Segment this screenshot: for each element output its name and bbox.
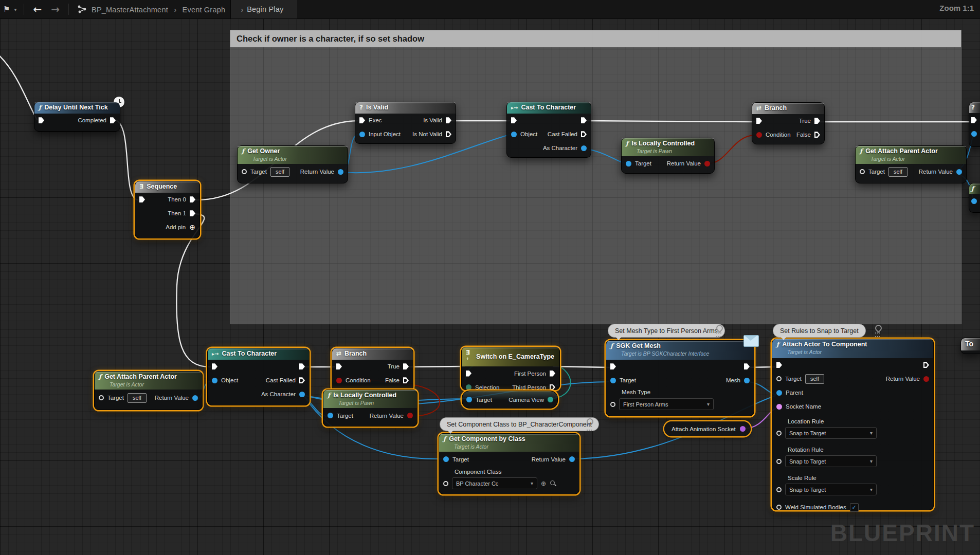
bubble-pin-icons[interactable]	[587, 418, 593, 431]
rotation-rule-dropdown[interactable]: Snap to Target▾	[785, 455, 877, 467]
return-value-pin[interactable]	[704, 161, 710, 166]
mesh-type-dropdown[interactable]: First Person Arms▾	[619, 398, 714, 410]
exec-in-pin[interactable]	[776, 362, 782, 368]
socket-output-pin[interactable]	[740, 426, 746, 432]
component-class-pin[interactable]	[443, 481, 448, 486]
exec-in-pin[interactable]	[610, 363, 616, 369]
exec-out-pin[interactable]	[110, 117, 116, 123]
exec-in-pin[interactable]	[359, 117, 365, 123]
back-button[interactable]: ←	[28, 3, 46, 15]
exec-in-pin[interactable]	[139, 196, 145, 202]
node-attach-actor-to-component[interactable]: ƒAttach Actor To Component Target is Act…	[772, 339, 934, 510]
exec-in-pin[interactable]	[756, 118, 762, 124]
node-is-locally-controlled-bottom[interactable]: ƒIs Locally Controlled Target is Pawn Ta…	[323, 390, 418, 427]
condition-pin[interactable]	[336, 378, 342, 383]
target-pin[interactable]	[443, 456, 449, 462]
selection-pin[interactable]	[466, 384, 471, 390]
target-pin[interactable]	[776, 376, 782, 381]
cast-failed-pin[interactable]	[299, 377, 305, 383]
breadcrumb-begin-play[interactable]: Begin Play	[247, 5, 283, 13]
target-pin[interactable]	[626, 161, 631, 166]
exec-out-pin[interactable]	[581, 117, 587, 123]
self-value-box[interactable]: self	[128, 393, 147, 403]
comment-title[interactable]: Check if owner is a character, if so set…	[230, 30, 961, 47]
true-pin[interactable]	[814, 118, 820, 124]
scale-rule-pin[interactable]	[776, 487, 782, 492]
breadcrumb-root[interactable]: BP_MasterAttachment	[92, 6, 168, 14]
third-person-pin[interactable]	[550, 384, 555, 391]
bookmark-dropdown-icon[interactable]: ▾	[11, 7, 20, 12]
return-value-pin[interactable]	[407, 413, 413, 418]
node-get-attach-parent-actor-bottom[interactable]: ƒGet Attach Parent Actor Target is Actor…	[94, 371, 203, 410]
add-icon[interactable]: ⊕	[541, 480, 546, 487]
cast-failed-pin[interactable]	[581, 131, 587, 137]
is-valid-pin[interactable]	[446, 117, 451, 123]
node-partial-right-green[interactable]: ƒ	[969, 183, 980, 213]
mesh-type-pin[interactable]	[610, 402, 615, 407]
node-is-valid[interactable]: ?Is Valid Exec Is Valid Input Object Is …	[355, 102, 456, 144]
node-branch-bottom[interactable]: ⇄Branch True Condition False	[332, 348, 413, 391]
weld-checkbox[interactable]: ✓	[850, 503, 859, 512]
object-pin[interactable]	[511, 132, 517, 137]
breadcrumb[interactable]: BP_MasterAttachment › Event Graph	[92, 5, 225, 14]
bubble-pin-icons[interactable]	[875, 325, 882, 337]
breadcrumb-leaf-box[interactable]: › Begin Play	[230, 0, 297, 18]
self-value-box[interactable]: self	[888, 167, 908, 177]
object-pin[interactable]	[212, 378, 217, 383]
return-value-pin[interactable]	[192, 395, 198, 401]
target-pin[interactable]	[242, 169, 247, 174]
node-get-owner[interactable]: ƒGet Owner Target is Actor Targetself Re…	[237, 145, 348, 183]
exec-in-pin[interactable]	[971, 117, 977, 123]
exec-out-pin[interactable]	[744, 363, 750, 369]
node-sequence[interactable]: ESequence Then 0 Then 1 Add pin⊕	[135, 181, 200, 238]
node-get-component-by-class[interactable]: ƒGet Component by Class Target is Actor …	[439, 433, 579, 494]
false-pin[interactable]	[814, 132, 820, 138]
node-cast-to-character-bottom[interactable]: ▸→Cast To Character Object Cast Failed A…	[207, 348, 310, 405]
node-cast-to-character-top[interactable]: ▸→Cast To Character Object Cast Failed A…	[506, 102, 591, 158]
exec-in-pin[interactable]	[39, 117, 44, 123]
node-partial-to[interactable]: To	[960, 338, 980, 354]
return-value-pin[interactable]	[569, 456, 575, 462]
exec-in-pin[interactable]	[511, 117, 517, 123]
socket-name-pin[interactable]	[776, 404, 782, 410]
is-not-valid-pin[interactable]	[446, 131, 451, 137]
node-get-attach-parent-actor-top[interactable]: ƒGet Attach Parent Actor Target is Actor…	[855, 145, 967, 183]
object-pin[interactable]	[971, 131, 977, 137]
search-icon[interactable]	[550, 480, 556, 487]
mesh-pin[interactable]	[744, 378, 750, 383]
add-pin-icon[interactable]: ⊕	[189, 223, 195, 231]
node-get-camera-view[interactable]: Target Camera View	[462, 391, 558, 409]
component-class-dropdown[interactable]: BP Character Cc▾	[452, 477, 537, 489]
self-value-box[interactable]: self	[805, 374, 824, 384]
node-partial-right-top[interactable]: ?	[969, 102, 980, 147]
node-switch-on-e-cameratype[interactable]: E+Switch on E_CameraType First Person Se…	[461, 347, 560, 390]
object-pin[interactable]	[971, 198, 977, 204]
exec-out-pin[interactable]	[299, 363, 305, 369]
target-pin[interactable]	[860, 169, 865, 174]
forward-button[interactable]: →	[46, 3, 64, 15]
return-value-pin[interactable]	[338, 169, 343, 175]
rotation-rule-pin[interactable]	[776, 459, 782, 464]
bubble-pin-icons[interactable]	[716, 325, 723, 337]
scale-rule-dropdown[interactable]: Snap to Target▾	[785, 484, 877, 495]
location-rule-pin[interactable]	[776, 431, 782, 436]
target-pin[interactable]	[328, 413, 333, 418]
input-object-pin[interactable]	[359, 132, 365, 137]
node-is-locally-controlled-top[interactable]: ƒIs Locally Controlled Target is Pawn Ta…	[621, 138, 715, 174]
node-attach-animation-socket[interactable]: Attach Animation Socket	[664, 421, 751, 436]
bubble-set-rules[interactable]: Set Rules to Snap to Target	[773, 324, 866, 338]
target-pin[interactable]	[99, 395, 104, 400]
return-value-pin[interactable]	[923, 376, 929, 382]
return-value-pin[interactable]	[956, 169, 962, 175]
false-pin[interactable]	[403, 377, 409, 383]
then1-pin[interactable]	[190, 210, 195, 216]
true-pin[interactable]	[403, 363, 409, 369]
weld-simulated-bodies-pin[interactable]	[776, 505, 782, 510]
condition-pin[interactable]	[756, 132, 762, 138]
bubble-set-component-class[interactable]: Set Component Class to BP_CharacterCompo…	[440, 417, 599, 431]
blueprint-canvas[interactable]: Check if owner is a character, if so set…	[0, 0, 980, 555]
parent-pin[interactable]	[776, 390, 782, 396]
target-pin[interactable]	[466, 397, 472, 402]
exec-out-pin[interactable]	[923, 362, 929, 368]
self-value-box[interactable]: self	[270, 167, 289, 177]
